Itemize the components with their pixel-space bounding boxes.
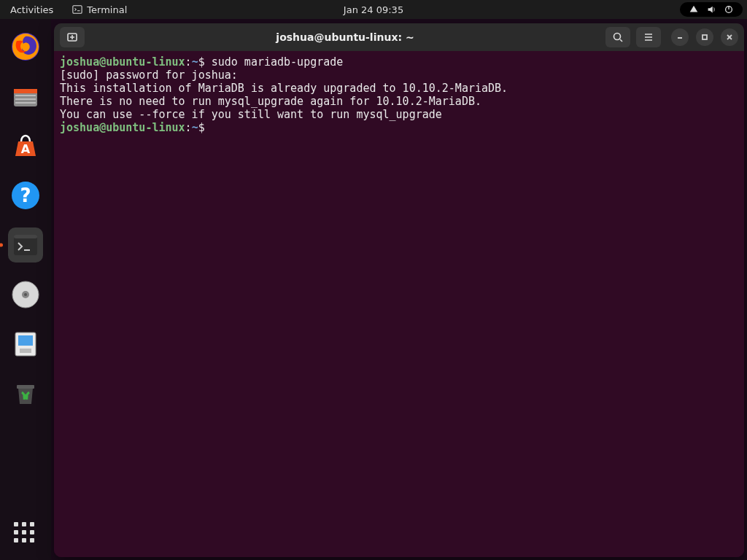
prompt-user: joshua@ubuntu-linux bbox=[60, 55, 185, 69]
clock[interactable]: Jan 24 09:35 bbox=[344, 4, 403, 15]
show-applications[interactable] bbox=[14, 522, 37, 545]
software-icon: A bbox=[9, 130, 42, 162]
out-line-1: [sudo] password for joshua: bbox=[60, 69, 238, 82]
network-icon bbox=[689, 4, 699, 15]
disk-icon bbox=[9, 279, 42, 311]
menu-button[interactable] bbox=[636, 27, 661, 47]
minimize-icon bbox=[676, 34, 684, 41]
top-panel: Activities Terminal Jan 24 09:35 bbox=[0, 0, 747, 19]
appmenu-terminal[interactable]: Terminal bbox=[63, 4, 136, 15]
maximize-icon bbox=[701, 34, 708, 41]
out-line-3: There is no need to run mysql_upgrade ag… bbox=[60, 95, 481, 108]
appmenu-label: Terminal bbox=[87, 4, 127, 15]
svg-point-27 bbox=[614, 34, 621, 40]
titlebar: joshua@ubuntu-linux: ~ bbox=[54, 23, 744, 51]
floppy-icon bbox=[9, 328, 42, 360]
system-tray[interactable] bbox=[680, 2, 743, 17]
prompt-user-2: joshua@ubuntu-linux bbox=[60, 121, 185, 134]
svg-line-28 bbox=[620, 39, 622, 42]
volume-icon bbox=[706, 4, 716, 15]
svg-text:?: ? bbox=[20, 184, 31, 206]
svg-rect-22 bbox=[17, 385, 34, 389]
new-tab-button[interactable] bbox=[60, 27, 85, 47]
svg-rect-8 bbox=[15, 102, 36, 104]
maximize-button[interactable] bbox=[696, 28, 713, 46]
dock: A ? bbox=[0, 19, 51, 560]
files-icon bbox=[9, 80, 42, 112]
svg-rect-0 bbox=[73, 6, 82, 14]
svg-point-23 bbox=[23, 394, 28, 400]
svg-rect-33 bbox=[703, 35, 707, 39]
firefox-icon bbox=[9, 31, 42, 63]
dock-software[interactable]: A bbox=[8, 128, 43, 163]
window-title: joshua@ubuntu-linux: ~ bbox=[90, 31, 600, 43]
help-icon: ? bbox=[9, 179, 42, 211]
svg-rect-21 bbox=[20, 349, 31, 353]
cmd-1: sudo mariadb-upgrade bbox=[212, 55, 344, 69]
close-icon bbox=[726, 34, 733, 41]
svg-rect-20 bbox=[18, 335, 33, 346]
new-tab-icon bbox=[66, 31, 78, 43]
svg-rect-13 bbox=[14, 235, 37, 238]
dock-files[interactable] bbox=[8, 79, 43, 114]
power-icon bbox=[724, 4, 734, 15]
activities-button[interactable]: Activities bbox=[0, 4, 63, 15]
dock-trash[interactable] bbox=[8, 376, 43, 411]
dock-disk[interactable] bbox=[8, 277, 43, 312]
out-line-4: You can use --force if you still want to… bbox=[60, 108, 442, 121]
close-button[interactable] bbox=[721, 28, 738, 46]
trash-icon bbox=[11, 379, 40, 408]
svg-rect-5 bbox=[14, 89, 37, 93]
terminal-body[interactable]: joshua@ubuntu-linux:~$ sudo mariadb-upgr… bbox=[54, 51, 744, 557]
prompt-path-2: ~ bbox=[192, 121, 198, 134]
dock-help[interactable]: ? bbox=[8, 178, 43, 213]
dock-firefox[interactable] bbox=[8, 29, 43, 64]
search-button[interactable] bbox=[605, 27, 630, 47]
terminal-icon bbox=[72, 4, 82, 15]
prompt-path: ~ bbox=[192, 55, 198, 69]
search-icon bbox=[612, 31, 624, 43]
terminal-app-icon bbox=[11, 230, 40, 260]
svg-text:A: A bbox=[21, 142, 31, 156]
out-line-2: This installation of MariaDB is already … bbox=[60, 82, 508, 95]
svg-rect-6 bbox=[15, 95, 36, 96]
dock-terminal[interactable] bbox=[8, 228, 43, 262]
dock-floppy[interactable] bbox=[8, 327, 43, 362]
svg-rect-7 bbox=[15, 98, 36, 100]
minimize-button[interactable] bbox=[671, 28, 689, 46]
hamburger-icon bbox=[643, 31, 654, 43]
svg-point-18 bbox=[24, 293, 27, 296]
terminal-window: joshua@ubuntu-linux: ~ joshua@ubuntu-lin… bbox=[54, 23, 744, 557]
